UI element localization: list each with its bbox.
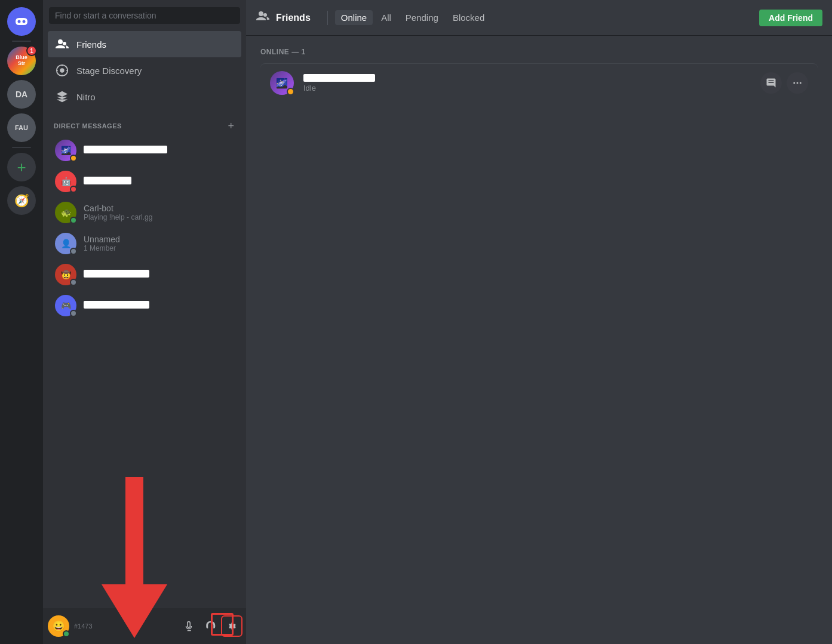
online-header: ONLINE — 1 [260,48,818,56]
stage-discovery-icon [55,63,69,78]
message-friend-button-1[interactable] [760,72,782,94]
dm-name-carl-bot: Carl-bot [84,204,234,213]
svg-point-4 [793,82,795,84]
dm-name-block-1 [84,146,234,155]
dm-name-block-5 [84,270,234,279]
friends-icon [55,37,69,51]
dm-sub-carl-bot: Playing !help - carl.gg [84,213,234,221]
headset-button[interactable] [201,617,220,636]
dm-panel: Friends Stage Discovery Nitro DI [43,0,246,644]
message-icon [766,78,776,88]
dm-name-5 [84,270,234,279]
svg-point-0 [18,20,21,23]
main-header: Friends Online All Pending Blocked Add F… [246,0,832,36]
dm-sub-unnamed: 1 Member [84,244,234,252]
server-bluestack[interactable]: BlueStr 1 [7,47,36,75]
dm-avatar-1: 🌌 [55,140,76,161]
server-divider [12,41,31,42]
user-controls [179,617,241,636]
nav-friends[interactable]: Friends [48,31,241,57]
nitro-label: Nitro [76,92,96,102]
user-tag: #1473 [74,623,174,630]
dm-name-unnamed: Unnamed [84,235,234,244]
search-bar [43,0,246,31]
redacted-name-5 [84,270,149,278]
dm-name-2 [84,177,234,186]
dm-list: 🌌 🤖 🐢 [43,135,246,608]
nav-nitro[interactable]: Nitro [48,84,241,110]
user-status-dot [63,630,70,637]
dm-status-1 [70,155,77,162]
compass-icon: 🧭 [14,193,29,208]
dm-status-2 [70,186,77,193]
add-server-button[interactable]: + [7,153,36,181]
headset-icon [205,621,216,631]
more-options-icon [792,78,803,88]
server-fau[interactable]: FAU [7,113,36,142]
dm-item-6[interactable]: 🎮 [48,290,241,321]
settings-icon [226,621,237,631]
tab-online[interactable]: Online [335,10,373,25]
header-divider [327,11,328,25]
discord-home-button[interactable] [7,7,36,36]
dm-name-6 [84,301,234,310]
tab-all[interactable]: All [375,10,397,25]
add-server-icon: + [17,158,26,177]
dm-name-block-unnamed: Unnamed 1 Member [84,235,234,252]
dm-item-1[interactable]: 🌌 [48,135,241,166]
friend-status-dot-1 [287,88,294,95]
dm-avatar-2: 🤖 [55,171,76,192]
friend-name-1 [303,73,760,84]
dm-item-carl-bot[interactable]: 🐢 Carl-bot Playing !help - carl.gg [48,197,241,228]
settings-button[interactable] [222,617,241,636]
redacted-name-1 [84,146,167,153]
friends-label: Friends [76,39,106,50]
dm-avatar-6: 🎮 [55,295,76,316]
dm-avatar-carl-bot: 🐢 [55,202,76,223]
stage-discovery-label: Stage Discovery [76,66,142,76]
tab-blocked[interactable]: Blocked [447,10,490,25]
dm-item-2[interactable]: 🤖 [48,166,241,197]
bluestack-label: BlueStr [16,55,27,67]
header-title: Friends [276,13,311,23]
redacted-friend-name-1 [303,74,375,82]
svg-point-1 [23,20,26,23]
dm-avatar-5: 🤠 [55,264,76,285]
dm-item-5[interactable]: 🤠 [48,259,241,290]
tab-pending[interactable]: Pending [400,10,444,25]
friend-info-1: Idle [303,73,760,93]
dm-name-block-2 [84,177,234,186]
add-friend-button[interactable]: Add Friend [759,10,822,26]
dm-name-1 [84,146,234,155]
user-avatar-wrap: 😀 [48,615,69,637]
server-divider-2 [12,147,31,148]
bluestack-badge: 1 [26,45,37,56]
mic-button[interactable] [179,617,198,636]
dm-item-unnamed[interactable]: 👤 Unnamed 1 Member [48,228,241,259]
nav-stage-discovery[interactable]: Stage Discovery [48,57,241,84]
nitro-icon [55,90,69,104]
discover-button[interactable]: 🧭 [7,186,36,215]
user-area: 😀 #1473 [43,608,246,644]
dm-status-5 [70,279,77,286]
user-info: #1473 [74,623,174,630]
svg-point-3 [60,68,64,72]
friend-status-text-1: Idle [303,84,760,93]
dm-name-block-6 [84,301,234,310]
friend-row-1[interactable]: 🌌 Idle [260,63,818,102]
main-content: Friends Online All Pending Blocked Add F… [246,0,832,644]
dm-section-title: DIRECT MESSAGES [54,122,122,130]
da-label: DA [16,90,27,99]
friends-area: ONLINE — 1 🌌 Idle [246,36,832,644]
add-dm-button[interactable]: + [226,119,235,133]
server-sidebar: BlueStr 1 DA FAU + 🧭 [0,0,43,644]
dm-status-carl-bot [70,217,77,224]
dm-name-block-carl-bot: Carl-bot Playing !help - carl.gg [84,204,234,221]
dm-status-6 [70,310,77,317]
svg-point-5 [797,82,799,84]
dm-section-header: DIRECT MESSAGES + [43,110,246,135]
more-options-button-1[interactable] [787,72,808,94]
search-input[interactable] [49,7,240,24]
header-friends-icon [256,10,270,25]
server-da[interactable]: DA [7,80,36,109]
